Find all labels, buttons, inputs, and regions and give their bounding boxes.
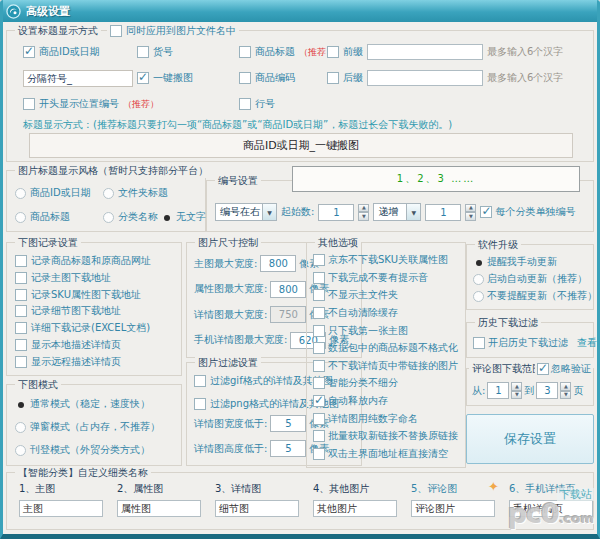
other-option-checkbox[interactable]: 不自动清除缓存 [313,306,463,320]
download-mode-radio[interactable]: 弹窗模式（占内存，不推荐） [15,420,177,434]
spin-up-icon[interactable]: ▲ [560,382,571,391]
record-option-checkbox[interactable]: 显示本地描述详情页 [15,338,177,352]
product-id-checkbox[interactable]: 商品ID或日期 [23,45,100,59]
category-input[interactable]: 细节图 [215,500,299,517]
other-option-checkbox[interactable]: 只下载第一张主图 [313,324,463,338]
size-input[interactable]: 750 [270,306,306,323]
other-option-checkbox[interactable]: 双击主界面地址框直接清空 [313,447,463,461]
category-value: 细节图 [219,502,249,516]
other-option-checkbox[interactable]: 不下载详情页中带链接的图片 [313,359,463,373]
other-option-checkbox[interactable]: 京东不下载SKU关联属性图 [313,253,463,267]
separator-input[interactable]: 分隔符号_ [23,70,133,87]
spin-up-icon[interactable]: ▲ [465,204,476,213]
checkbox[interactable] [327,46,339,58]
position-number-checkbox[interactable]: 开头显示位置编号 （推荐） [23,97,159,111]
step-value-input[interactable]: 1 [425,204,461,221]
step-value-spinner[interactable]: ▲▼ [465,204,476,221]
chevron-down-icon[interactable]: ▼ [262,204,276,220]
start-number-input[interactable]: 1 [318,204,354,221]
radio [15,445,26,456]
download-mode-radio[interactable]: 通常模式（稳定，速度快） [15,397,177,411]
filter-size-input[interactable]: 5 [270,415,306,432]
update-mode-radio[interactable]: 提醒我手动更新 [473,255,591,269]
other-option-checkbox[interactable]: 详情图用纯数字命名 [313,412,463,426]
record-option-checkbox[interactable]: 详细下载记录(EXCEL文档) [15,321,177,335]
other-option-checkbox[interactable]: 自动释放内存 [313,394,463,408]
sku-no-checkbox[interactable]: 货号 [137,45,173,59]
checkbox-label: 京东不下载SKU关联属性图 [328,253,448,267]
spin-up-icon[interactable]: ▲ [511,382,522,391]
category-input[interactable]: 其他图片 [313,500,397,517]
checkbox [313,413,325,425]
update-mode-radio[interactable]: 启动自动更新（推荐） [473,272,591,286]
start-number-spinner[interactable]: ▲▼ [358,204,369,221]
radio-category-name[interactable]: 分类名称 [103,210,158,224]
category-input[interactable]: 主图 [19,500,103,517]
spin-down-icon[interactable]: ▼ [465,212,476,221]
other-option-checkbox[interactable]: 不显示主文件夹 [313,288,463,302]
checkbox [15,272,27,284]
suffix-input[interactable] [367,70,483,86]
from-page-spinner[interactable]: ▲▼ [511,382,522,399]
product-code-checkbox[interactable]: 商品编码 [239,71,295,85]
size-input[interactable]: 800 [270,281,306,298]
radio-product-title[interactable]: 商品标题 [15,210,70,224]
size-label: 详情图最大宽度: [194,308,267,322]
record-option-checkbox[interactable]: 记录SKU属性图下载地址 [15,288,177,302]
radio-folder-title[interactable]: 文件夹标题 [103,186,168,200]
record-option-checkbox[interactable]: 显示远程描述详情页 [15,355,177,369]
spin-down-icon[interactable]: ▼ [511,391,522,400]
to-page-spinner[interactable]: ▲▼ [560,382,571,399]
enable-history-filter-checkbox[interactable]: 开启历史下载过滤 [473,336,568,350]
title-preview: 商品ID或日期_一键搬图 [29,133,573,158]
filter-size-input[interactable]: 5 [270,440,306,457]
other-option-checkbox[interactable]: 智能分类不细分 [313,376,463,390]
one-key-move-checkbox[interactable]: 一键搬图 [137,71,193,85]
record-option-checkbox[interactable]: 记录商品标题和原商品网址 [15,254,177,268]
update-mode-radio[interactable]: 不要提醒更新（不推荐） [473,289,591,303]
record-option-checkbox[interactable]: 记录主图下载地址 [15,271,177,285]
spin-up-icon[interactable]: ▲ [358,204,369,213]
row-number-checkbox[interactable]: 行号 [239,97,275,111]
view-link[interactable]: 查看 [577,336,597,350]
save-settings-button[interactable]: 保存设置 [466,414,594,464]
size-input[interactable]: 800 [260,255,296,272]
chevron-down-icon[interactable]: ▼ [406,204,420,220]
per-category-checkbox[interactable]: 每个分类单独编号 [480,205,575,219]
product-title-checkbox[interactable]: 商品标题 （推荐） [239,45,335,59]
radio-no-text[interactable]: 无文字 [161,210,206,224]
other-option-checkbox[interactable]: 批量获取新链接不替换原链接 [313,429,463,443]
other-option-checkbox[interactable]: 下载完成不要有提示音 [313,271,463,285]
title-bar[interactable]: 高级设置 [0,0,600,22]
from-page-input[interactable]: 1 [487,382,509,399]
checkbox [194,398,206,410]
checkbox [537,363,549,375]
category-value: 评论图片 [415,502,455,516]
spin-down-icon[interactable]: ▼ [560,391,571,400]
checkbox [15,339,27,351]
apply-to-filename-checkbox[interactable]: 同时应用到图片文件名中 [107,24,239,38]
category-input[interactable]: 评论图片 [411,500,495,517]
radio-label: 启动自动更新（推荐） [487,272,587,286]
skip-verify-checkbox[interactable]: 忽略验证 [535,362,593,376]
title-preview-text: 商品ID或日期_一键搬图 [243,138,359,153]
radio-product-id[interactable]: 商品ID或日期 [15,186,91,200]
spin-down-icon[interactable]: ▼ [358,212,369,221]
download-mode-radio[interactable]: 刊登模式（外贸分类方式） [15,443,177,457]
category-input[interactable]: 属性图 [117,500,201,517]
checkbox-label: 智能分类不细分 [328,376,398,390]
step-mode-select[interactable]: 递增 ▼ [373,203,421,221]
prefix-input[interactable] [367,44,483,60]
to-page-input[interactable]: 3 [536,382,558,399]
checkbox[interactable] [327,72,339,84]
checkbox [480,206,492,218]
download-mode-list: 通常模式（稳定，速度快） 弹窗模式（占内存，不推荐） 刊登模式（外贸分类方式） [15,397,177,457]
filter-size-label: 详情图高度低于: [194,442,267,456]
number-position-select[interactable]: 编号在右 ▼ [215,203,277,221]
checkbox [15,356,27,368]
other-option-checkbox[interactable]: 数据包中的商品标题不格式化 [313,341,463,355]
radio [161,212,172,223]
record-option-checkbox[interactable]: 记录细节图下载地址 [15,304,177,318]
checkbox-label: 详细下载记录(EXCEL文档) [31,321,150,335]
checkbox-label: 商品编码 [255,71,295,85]
